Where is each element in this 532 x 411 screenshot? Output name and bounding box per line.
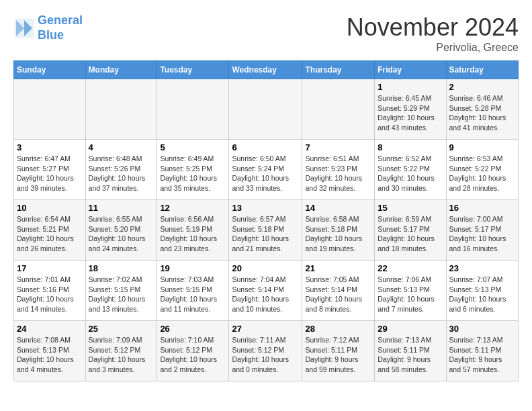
day-info: Sunrise: 6:46 AM Sunset: 5:28 PM Dayligh…	[449, 93, 515, 133]
day-info: Sunrise: 6:56 AM Sunset: 5:19 PM Dayligh…	[160, 214, 226, 254]
calendar-table: SundayMondayTuesdayWednesdayThursdayFrid…	[13, 60, 519, 381]
calendar-week-row: 10Sunrise: 6:54 AM Sunset: 5:21 PM Dayli…	[14, 200, 519, 261]
day-number: 8	[378, 142, 443, 152]
day-number: 5	[160, 142, 226, 152]
calendar-cell: 3Sunrise: 6:47 AM Sunset: 5:27 PM Daylig…	[14, 140, 86, 200]
day-info: Sunrise: 7:09 AM Sunset: 5:12 PM Dayligh…	[89, 335, 154, 375]
title-block: November 2024 Perivolia, Greece	[347, 13, 519, 54]
calendar-cell: 26Sunrise: 7:10 AM Sunset: 5:12 PM Dayli…	[157, 321, 229, 381]
calendar-cell: 25Sunrise: 7:09 AM Sunset: 5:12 PM Dayli…	[85, 321, 157, 381]
logo-icon	[13, 17, 35, 39]
day-number: 20	[232, 263, 299, 273]
day-info: Sunrise: 7:13 AM Sunset: 5:11 PM Dayligh…	[449, 335, 515, 375]
calendar-cell: 11Sunrise: 6:55 AM Sunset: 5:20 PM Dayli…	[85, 200, 157, 261]
day-number: 7	[305, 142, 371, 152]
calendar-cell: 27Sunrise: 7:11 AM Sunset: 5:12 PM Dayli…	[229, 321, 302, 381]
day-info: Sunrise: 6:54 AM Sunset: 5:21 PM Dayligh…	[17, 214, 83, 254]
location-subtitle: Perivolia, Greece	[347, 42, 519, 54]
day-info: Sunrise: 7:02 AM Sunset: 5:15 PM Dayligh…	[89, 275, 154, 314]
day-header-tuesday: Tuesday	[157, 61, 229, 79]
day-number: 28	[305, 324, 371, 334]
day-info: Sunrise: 6:59 AM Sunset: 5:17 PM Dayligh…	[378, 214, 443, 254]
logo-text: General Blue	[38, 13, 83, 42]
day-info: Sunrise: 6:48 AM Sunset: 5:26 PM Dayligh…	[89, 154, 154, 193]
day-number: 13	[232, 203, 299, 213]
calendar-cell: 14Sunrise: 6:58 AM Sunset: 5:18 PM Dayli…	[302, 200, 375, 261]
calendar-cell	[85, 79, 157, 140]
day-number: 2	[449, 82, 515, 92]
day-number: 27	[232, 324, 299, 334]
calendar-week-row: 3Sunrise: 6:47 AM Sunset: 5:27 PM Daylig…	[14, 140, 519, 200]
calendar-cell: 28Sunrise: 7:12 AM Sunset: 5:11 PM Dayli…	[302, 321, 375, 381]
day-number: 16	[449, 203, 515, 213]
calendar-cell: 12Sunrise: 6:56 AM Sunset: 5:19 PM Dayli…	[157, 200, 229, 261]
calendar-cell: 18Sunrise: 7:02 AM Sunset: 5:15 PM Dayli…	[85, 261, 157, 321]
day-number: 3	[17, 142, 83, 152]
calendar-cell: 5Sunrise: 6:49 AM Sunset: 5:25 PM Daylig…	[157, 140, 229, 200]
calendar-cell: 4Sunrise: 6:48 AM Sunset: 5:26 PM Daylig…	[85, 140, 157, 200]
calendar-week-row: 1Sunrise: 6:45 AM Sunset: 5:29 PM Daylig…	[14, 79, 519, 140]
day-info: Sunrise: 7:03 AM Sunset: 5:15 PM Dayligh…	[160, 275, 226, 314]
calendar-cell: 15Sunrise: 6:59 AM Sunset: 5:17 PM Dayli…	[375, 200, 446, 261]
day-number: 10	[17, 203, 83, 213]
day-info: Sunrise: 7:08 AM Sunset: 5:13 PM Dayligh…	[17, 335, 83, 375]
calendar-header-row: SundayMondayTuesdayWednesdayThursdayFrid…	[14, 61, 519, 79]
day-info: Sunrise: 7:11 AM Sunset: 5:12 PM Dayligh…	[232, 335, 299, 375]
day-number: 30	[449, 324, 515, 334]
day-number: 19	[160, 263, 226, 273]
day-info: Sunrise: 7:01 AM Sunset: 5:16 PM Dayligh…	[17, 275, 83, 314]
day-header-friday: Friday	[375, 61, 446, 79]
calendar-cell: 1Sunrise: 6:45 AM Sunset: 5:29 PM Daylig…	[375, 79, 446, 140]
calendar-cell: 23Sunrise: 7:07 AM Sunset: 5:13 PM Dayli…	[446, 261, 518, 321]
day-info: Sunrise: 7:10 AM Sunset: 5:12 PM Dayligh…	[160, 335, 226, 375]
calendar-cell	[14, 79, 86, 140]
day-number: 23	[449, 263, 515, 273]
calendar-cell: 29Sunrise: 7:13 AM Sunset: 5:11 PM Dayli…	[375, 321, 446, 381]
calendar-cell: 30Sunrise: 7:13 AM Sunset: 5:11 PM Dayli…	[446, 321, 518, 381]
month-title: November 2024	[347, 13, 519, 42]
day-header-saturday: Saturday	[446, 61, 518, 79]
day-info: Sunrise: 6:58 AM Sunset: 5:18 PM Dayligh…	[305, 214, 371, 254]
day-info: Sunrise: 6:53 AM Sunset: 5:22 PM Dayligh…	[449, 154, 515, 193]
day-number: 26	[160, 324, 226, 334]
day-header-sunday: Sunday	[14, 61, 86, 79]
day-number: 15	[378, 203, 443, 213]
day-info: Sunrise: 6:49 AM Sunset: 5:25 PM Dayligh…	[160, 154, 226, 193]
calendar-cell: 17Sunrise: 7:01 AM Sunset: 5:16 PM Dayli…	[14, 261, 86, 321]
day-info: Sunrise: 7:00 AM Sunset: 5:17 PM Dayligh…	[449, 214, 515, 254]
day-number: 6	[232, 142, 299, 152]
day-info: Sunrise: 6:50 AM Sunset: 5:24 PM Dayligh…	[232, 154, 299, 193]
day-info: Sunrise: 6:51 AM Sunset: 5:23 PM Dayligh…	[305, 154, 371, 193]
calendar-cell: 22Sunrise: 7:06 AM Sunset: 5:13 PM Dayli…	[375, 261, 446, 321]
day-info: Sunrise: 7:04 AM Sunset: 5:14 PM Dayligh…	[232, 275, 299, 314]
day-header-monday: Monday	[85, 61, 157, 79]
calendar-cell	[157, 79, 229, 140]
day-info: Sunrise: 6:47 AM Sunset: 5:27 PM Dayligh…	[17, 154, 83, 193]
calendar-cell: 20Sunrise: 7:04 AM Sunset: 5:14 PM Dayli…	[229, 261, 302, 321]
day-number: 17	[17, 263, 83, 273]
day-info: Sunrise: 7:13 AM Sunset: 5:11 PM Dayligh…	[378, 335, 443, 375]
day-info: Sunrise: 6:52 AM Sunset: 5:22 PM Dayligh…	[378, 154, 443, 193]
calendar-cell: 21Sunrise: 7:05 AM Sunset: 5:14 PM Dayli…	[302, 261, 375, 321]
day-info: Sunrise: 7:06 AM Sunset: 5:13 PM Dayligh…	[378, 275, 443, 314]
day-number: 12	[160, 203, 226, 213]
calendar-cell: 13Sunrise: 6:57 AM Sunset: 5:18 PM Dayli…	[229, 200, 302, 261]
calendar-cell	[302, 79, 375, 140]
day-info: Sunrise: 7:05 AM Sunset: 5:14 PM Dayligh…	[305, 275, 371, 314]
logo-line1: General	[38, 13, 83, 27]
page-header: General Blue November 2024 Perivolia, Gr…	[13, 13, 519, 54]
calendar-cell: 6Sunrise: 6:50 AM Sunset: 5:24 PM Daylig…	[229, 140, 302, 200]
day-header-wednesday: Wednesday	[229, 61, 302, 79]
day-number: 9	[449, 142, 515, 152]
day-number: 24	[17, 324, 83, 334]
day-info: Sunrise: 7:07 AM Sunset: 5:13 PM Dayligh…	[449, 275, 515, 314]
calendar-cell	[229, 79, 302, 140]
logo-line2: Blue	[38, 28, 64, 42]
calendar-cell: 19Sunrise: 7:03 AM Sunset: 5:15 PM Dayli…	[157, 261, 229, 321]
calendar-cell: 2Sunrise: 6:46 AM Sunset: 5:28 PM Daylig…	[446, 79, 518, 140]
day-number: 22	[378, 263, 443, 273]
calendar-cell: 7Sunrise: 6:51 AM Sunset: 5:23 PM Daylig…	[302, 140, 375, 200]
calendar-cell: 24Sunrise: 7:08 AM Sunset: 5:13 PM Dayli…	[14, 321, 86, 381]
calendar-cell: 8Sunrise: 6:52 AM Sunset: 5:22 PM Daylig…	[375, 140, 446, 200]
day-info: Sunrise: 7:12 AM Sunset: 5:11 PM Dayligh…	[305, 335, 371, 375]
